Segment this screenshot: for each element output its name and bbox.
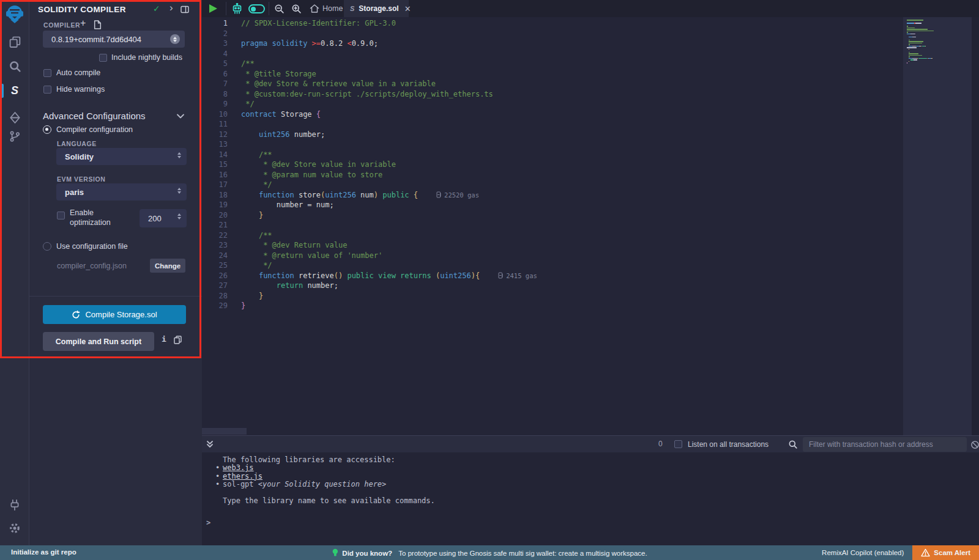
code-line[interactable]: /** [241, 59, 537, 69]
code-line[interactable]: /** [241, 150, 537, 160]
code-line[interactable]: */ [241, 260, 537, 271]
code-line[interactable]: * @dev Store value in variable [241, 160, 537, 170]
include-nightly-checkbox[interactable] [99, 54, 107, 62]
code-line[interactable]: * @title Storage [241, 69, 537, 79]
file-explorer-icon[interactable] [0, 35, 29, 48]
compile-and-run-button[interactable]: Compile and Run script [43, 332, 154, 351]
code-line[interactable]: pragma solidity >=0.8.2 <0.9.0; [241, 39, 537, 49]
remixai-copilot-toggle[interactable] [248, 4, 265, 13]
code-line[interactable]: * @param num value to store [241, 170, 537, 180]
use-configuration-file-label: Use configuration file [56, 242, 128, 251]
tab-storage-sol[interactable]: S Storage.sol ✕ [344, 0, 409, 17]
git-init-status[interactable]: Initialize as git repo [11, 548, 76, 556]
code-line[interactable] [241, 29, 537, 39]
terminal-line: Type the library name to see available c… [202, 497, 979, 505]
line-number: 6 [202, 69, 228, 79]
terminal-output[interactable]: The following libraries are accessible:•… [202, 452, 979, 545]
tab-label: Storage.sol [359, 4, 398, 13]
terminal-search-icon[interactable] [788, 440, 798, 452]
copy-icon[interactable] [174, 336, 182, 346]
editor-minimap[interactable] [903, 17, 972, 435]
language-select[interactable]: Solidity [56, 148, 187, 165]
terminal-link[interactable]: web3.js [223, 463, 254, 472]
compile-button[interactable]: Compile Storage.sol [43, 305, 186, 324]
scam-alert-badge[interactable]: Scam Alert [912, 545, 979, 560]
code-line[interactable]: */ [241, 180, 537, 190]
panel-title: SOLIDITY COMPILER [38, 5, 126, 14]
plugin-manager-icon[interactable] [0, 499, 29, 511]
code-line[interactable]: contract Storage { [241, 109, 537, 120]
code-line[interactable] [241, 49, 537, 59]
code-line[interactable]: function store(uint256 num) public {2252… [241, 190, 537, 201]
advanced-configurations-header[interactable]: Advanced Configurations [43, 111, 146, 121]
code-line[interactable]: uint256 number; [241, 130, 537, 140]
code-line[interactable]: } [241, 291, 537, 301]
open-compiler-file-icon[interactable] [94, 20, 102, 31]
code-line[interactable] [241, 139, 537, 150]
solidity-compiler-icon[interactable]: S [0, 85, 29, 96]
line-number: 7 [202, 79, 228, 89]
settings-gear-icon[interactable] [0, 522, 29, 534]
code-line[interactable]: // SPDX-License-Identifier: GPL-3.0 [241, 18, 537, 29]
panel-chevron-right-icon[interactable]: › [169, 2, 173, 14]
optimization-runs-value: 200 [148, 214, 162, 223]
optimization-runs-input[interactable]: 200 [140, 209, 187, 227]
code-line[interactable] [241, 119, 537, 130]
zoom-out-icon[interactable] [274, 4, 285, 17]
remixai-robot-icon[interactable] [231, 3, 243, 17]
hide-warnings-checkbox[interactable] [43, 86, 51, 94]
terminal-prompt[interactable]: > [206, 518, 210, 527]
code-line[interactable]: * @dev Store & retrieve value in a varia… [241, 79, 537, 89]
chevron-down-icon[interactable] [176, 112, 185, 121]
code-line[interactable]: */ [241, 99, 537, 109]
line-number: 25 [202, 260, 228, 271]
home-icon[interactable] [310, 4, 319, 16]
toolbar-divider [269, 2, 269, 15]
code-line[interactable]: * @return value of 'number' [241, 251, 537, 261]
code-line[interactable]: * @custom:dev-run-script ./scripts/deplo… [241, 89, 537, 100]
auto-compile-checkbox[interactable] [43, 69, 51, 77]
version-stepper-icon[interactable] [170, 34, 180, 44]
terminal-header: 0 Listen on all transactions [202, 435, 979, 452]
code-content[interactable]: // SPDX-License-Identifier: GPL-3.0 prag… [241, 18, 537, 311]
copilot-status[interactable]: RemixAI Copilot (enabled) [822, 549, 904, 556]
code-line[interactable]: number = num; [241, 200, 537, 210]
code-line[interactable]: * @dev Return value [241, 240, 537, 251]
remix-logo-icon[interactable] [0, 4, 29, 24]
compiler-configuration-radio[interactable] [43, 125, 51, 134]
code-line[interactable]: } [241, 210, 537, 221]
clear-console-icon[interactable] [970, 440, 979, 452]
enable-optimization-checkbox[interactable] [57, 212, 65, 219]
listen-transactions-checkbox[interactable] [674, 440, 682, 448]
line-number: 17 [202, 180, 228, 190]
use-configuration-file-radio[interactable] [43, 242, 51, 251]
info-icon[interactable]: i [162, 334, 166, 344]
add-compiler-icon[interactable]: + [80, 18, 86, 29]
deploy-and-run-icon[interactable] [0, 111, 29, 124]
run-script-icon[interactable] [209, 4, 217, 13]
git-icon[interactable] [0, 130, 29, 142]
transaction-filter-input[interactable] [803, 437, 967, 452]
compiler-version-select[interactable]: 0.8.19+commit.7dd6d404 [43, 31, 185, 48]
evm-version-select[interactable]: paris [56, 183, 187, 201]
line-number: 20 [202, 210, 228, 221]
compile-success-icon: ✓ [153, 4, 160, 13]
terminal-link[interactable]: ethers.js [223, 472, 262, 481]
horizontal-scrollbar-thumb[interactable] [202, 428, 247, 435]
home-tab-label[interactable]: Home [322, 4, 343, 13]
split-view-icon[interactable] [181, 6, 189, 15]
collapse-terminal-icon[interactable] [206, 440, 214, 451]
code-line[interactable]: return number; [241, 281, 537, 291]
code-line[interactable]: /** [241, 230, 537, 241]
code-line[interactable]: } [241, 301, 537, 311]
status-bar: Initialize as git repo Did you know? To … [0, 545, 979, 560]
close-tab-icon[interactable]: ✕ [404, 4, 411, 13]
line-number-gutter: 1234567891011121314151617181920212223242… [202, 18, 228, 311]
code-editor[interactable]: 1234567891011121314151617181920212223242… [202, 17, 979, 435]
line-number: 13 [202, 139, 228, 150]
zoom-in-icon[interactable] [291, 4, 302, 17]
search-icon[interactable] [0, 60, 29, 73]
change-config-button[interactable]: Change [150, 259, 185, 273]
code-line[interactable] [241, 220, 537, 230]
code-line[interactable]: function retrieve() public view returns … [241, 271, 537, 281]
